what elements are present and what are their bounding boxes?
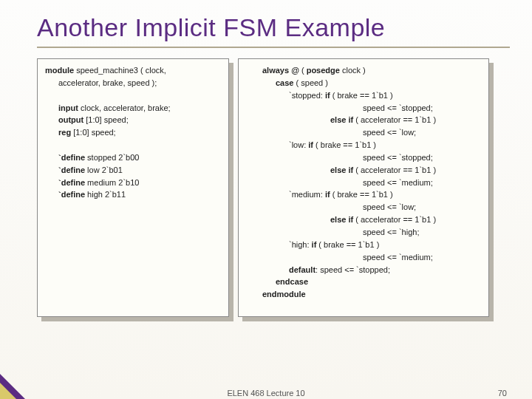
code-text: clock, accelerator, brake; bbox=[78, 103, 171, 112]
kw-reg: reg bbox=[58, 128, 71, 137]
corner-decoration-inner bbox=[0, 383, 16, 399]
code-text: ( accelerator == 1`b1 ) bbox=[353, 115, 436, 124]
right-code-box: always @ ( posedge clock ) case ( speed … bbox=[238, 58, 489, 317]
kw-define: `define bbox=[58, 166, 85, 174]
kw-define: `define bbox=[58, 153, 85, 162]
code-text: [1:0] speed; bbox=[71, 128, 116, 137]
code-text: `high: bbox=[289, 240, 312, 249]
code-text: speed <= `low; bbox=[246, 127, 481, 138]
kw-if: if bbox=[325, 190, 330, 199]
code-text: low 2`b01 bbox=[85, 166, 123, 174]
kw-if: if bbox=[308, 140, 313, 149]
code-text: speed <= `stopped; bbox=[246, 103, 481, 114]
kw-always: always @ bbox=[262, 66, 299, 75]
slide-number: 70 bbox=[498, 389, 507, 398]
code-text: speed <= `low; bbox=[246, 202, 481, 213]
code-text: [1:0] speed; bbox=[83, 115, 129, 124]
code-text: ( accelerator == 1`b1 ) bbox=[353, 166, 436, 174]
content-area: module speed_machine3 ( clock, accelerat… bbox=[0, 48, 532, 317]
kw-posedge: posedge bbox=[307, 66, 340, 75]
code-text: speed <= `high; bbox=[246, 227, 481, 238]
kw-default: default bbox=[289, 265, 316, 274]
code-text: speed <= `medium; bbox=[246, 177, 481, 188]
code-text: `stopped: bbox=[289, 91, 325, 100]
code-text: speed <= `stopped; bbox=[246, 152, 481, 163]
slide-title: Another Implicit FSM Example bbox=[0, 0, 532, 47]
kw-module: module bbox=[45, 66, 74, 75]
code-text: speed <= `medium; bbox=[246, 252, 481, 263]
code-panel-right: always @ ( posedge clock ) case ( speed … bbox=[238, 58, 489, 317]
kw-define: `define bbox=[58, 178, 85, 187]
left-code-box: module speed_machine3 ( clock, accelerat… bbox=[37, 58, 229, 317]
code-text: stopped 2`b00 bbox=[85, 153, 139, 162]
code-text: ( bbox=[299, 66, 307, 75]
code-panel-left: module speed_machine3 ( clock, accelerat… bbox=[37, 58, 229, 317]
code-text: clock ) bbox=[340, 66, 366, 75]
kw-output: output bbox=[58, 115, 83, 124]
code-text: ( accelerator == 1`b1 ) bbox=[353, 215, 436, 224]
footer-lecture: ELEN 468 Lecture 10 bbox=[227, 389, 304, 398]
kw-elseif: else if bbox=[330, 166, 353, 174]
code-text: `medium: bbox=[289, 190, 325, 199]
kw-elseif: else if bbox=[330, 215, 353, 224]
code-text: `low: bbox=[289, 140, 308, 149]
code-text: ( brake == 1`b1 ) bbox=[330, 190, 393, 199]
code-text: speed_machine3 ( clock, bbox=[74, 66, 166, 75]
code-text: ( brake == 1`b1 ) bbox=[330, 91, 393, 100]
code-text: ( brake == 1`b1 ) bbox=[316, 240, 379, 249]
code-text: high 2`b11 bbox=[85, 190, 126, 199]
kw-define: `define bbox=[58, 190, 85, 199]
kw-input: input bbox=[58, 103, 78, 112]
kw-endcase: endcase bbox=[246, 276, 481, 287]
kw-if: if bbox=[325, 91, 330, 100]
code-text: accelerator, brake, speed ); bbox=[45, 78, 221, 89]
kw-case: case bbox=[276, 78, 293, 87]
code-text: : speed <= `stopped; bbox=[316, 265, 390, 274]
kw-endmodule: endmodule bbox=[246, 289, 481, 300]
code-text: ( brake == 1`b1 ) bbox=[313, 140, 376, 149]
code-text: ( speed ) bbox=[293, 78, 327, 87]
code-text: medium 2`b10 bbox=[85, 178, 139, 187]
kw-elseif: else if bbox=[330, 115, 353, 124]
